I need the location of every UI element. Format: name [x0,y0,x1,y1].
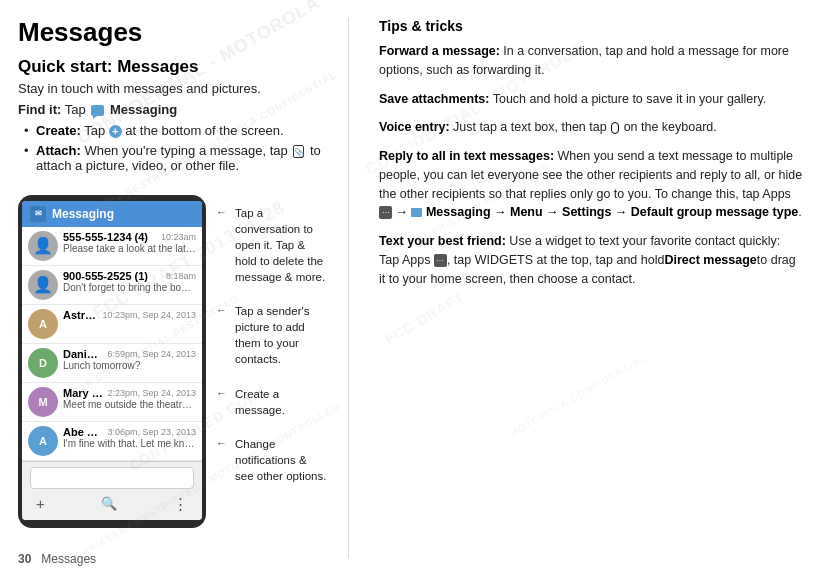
tips-title: Tips & tricks [379,18,803,34]
conv-avatar: A [28,426,58,456]
callout-line: ←Create a message. [216,386,328,418]
tip-item: Save attachments: Touch and hold a pictu… [379,90,803,109]
conversation-item[interactable]: 👤555-555-1234 (4)10:23amPlease take a lo… [22,227,202,266]
conv-content: Astrid Fanning (18)10:23pm, Sep 24, 2013 [63,309,196,321]
apps-icon: ⋯ [379,206,392,219]
callout-line: ←Tap a sender's picture to add them to y… [216,303,328,367]
conv-name: 900-555-2525 (1) [63,270,148,282]
tip-item: Text your best friend: Use a widget to t… [379,232,803,288]
conv-content: 900-555-2525 (1)8:18amDon't forget to br… [63,270,196,293]
conv-content: 555-555-1234 (4)10:23amPlease take a loo… [63,231,196,254]
tip-label: Text your best friend: [379,234,506,248]
direct-message-label: Direct message [664,253,756,267]
conversation-item[interactable]: AAstrid Fanning (18)10:23pm, Sep 24, 201… [22,305,202,344]
conv-content: Abe Baudo (22)3:06pm, Sep 23, 2013I'm fi… [63,426,196,449]
callout-line: ←Tap a conversation to open it. Tap & ho… [216,205,328,285]
conversation-item[interactable]: AAbe Baudo (22)3:06pm, Sep 23, 2013I'm f… [22,422,202,461]
conv-name: 555-555-1234 (4) [63,231,148,243]
tip-label: Save attachments: [379,92,489,106]
conversation-list: 👤555-555-1234 (4)10:23amPlease take a lo… [22,227,202,461]
find-it-line: Find it: Tap Messaging [18,102,328,117]
find-it-action: Tap [65,102,86,117]
conv-time: 2:23pm, Sep 24, 2013 [107,388,196,398]
callout-arrow-icon: ← [216,387,227,399]
conversation-item[interactable]: DDaniel Lester (6)6:59pm, Sep 24, 2013Lu… [22,344,202,383]
conv-name: Mary Morgan (5) [63,387,103,399]
conv-avatar: A [28,309,58,339]
conv-name: Abe Baudo (22) [63,426,103,438]
conv-preview: Meet me outside the theatre at 8:00. And… [63,399,196,410]
footer-label: Messages [41,552,96,566]
conv-avatar: M [28,387,58,417]
section-title: Quick start: Messages [18,57,328,77]
conv-name: Daniel Lester (6) [63,348,103,360]
callout-arrow-icon: ← [216,304,227,316]
callout-text: Change notifications & see other options… [235,436,328,484]
bullet-create: Create: Tap + at the bottom of the scree… [28,123,328,138]
new-message-button[interactable]: + [32,493,49,514]
messaging-icon-small [411,208,422,217]
conv-avatar: D [28,348,58,378]
callout-text: Create a message. [235,386,328,418]
conv-content: Mary Morgan (5)2:23pm, Sep 24, 2013Meet … [63,387,196,410]
conv-name: Astrid Fanning (18) [63,309,98,321]
tip-item: Forward a message: In a conversation, ta… [379,42,803,80]
more-options-button[interactable]: ⋮ [169,493,192,515]
page-number: 30 [18,552,31,566]
bullet-attach: Attach: When you're typing a message, ta… [28,143,328,173]
callout-line: ←Change notifications & see other option… [216,436,328,484]
conv-time: 10:23pm, Sep 24, 2013 [102,310,196,320]
phone-header-title: Messaging [52,207,114,221]
attach-icon: 📎 [293,145,304,158]
conv-content: Daniel Lester (6)6:59pm, Sep 24, 2013Lun… [63,348,196,371]
find-it-label: Find it: [18,102,61,117]
conv-preview: I'm fine with that. Let me know when you… [63,438,196,449]
phone-mockup: ✉ Messaging 👤555-555-1234 (4)10:23amPlea… [18,195,206,528]
phone-header: ✉ Messaging [22,201,202,227]
conv-preview: Please take a look at the latest revisio… [63,243,196,254]
column-divider [348,18,349,558]
tip-label: Forward a message: [379,44,500,58]
phone-actions: + 🔍 ⋮ [30,493,194,515]
bullet-attach-label: Attach: [36,143,81,158]
conv-preview: Lunch tomorrow? [63,360,196,371]
page-title: Messages [18,18,328,47]
find-it-app: Messaging [110,102,177,117]
callout-arrow-icon: ← [216,437,227,449]
conv-time: 10:23am [161,232,196,242]
phone-bottom-bar: + 🔍 ⋮ [22,461,202,520]
add-icon: + [109,125,122,138]
intro-text: Stay in touch with messages and pictures… [18,81,328,96]
callouts: ←Tap a conversation to open it. Tap & ho… [216,205,328,502]
callout-arrow-icon: ← [216,206,227,218]
tips-list: Forward a message: In a conversation, ta… [379,42,803,288]
messaging-app-icon: ✉ [30,206,46,222]
feature-bullets: Create: Tap + at the bottom of the scree… [18,123,328,173]
tip-label: Voice entry: [379,120,450,134]
tip-item: Voice entry: Just tap a text box, then t… [379,118,803,137]
conv-time: 8:18am [166,271,196,281]
callout-text: Tap a sender's picture to add them to yo… [235,303,328,367]
conv-avatar: 👤 [28,270,58,300]
bullet-create-label: Create: [36,123,81,138]
page-layout: Messages Quick start: Messages Stay in t… [0,0,821,576]
conv-time: 6:59pm, Sep 24, 2013 [107,349,196,359]
messaging-icon-inline [91,105,104,116]
callout-text: Tap a conversation to open it. Tap & hol… [235,205,328,285]
conversation-item[interactable]: MMary Morgan (5)2:23pm, Sep 24, 2013Meet… [22,383,202,422]
conv-time: 3:06pm, Sep 23, 2013 [107,427,196,437]
search-button[interactable]: 🔍 [97,494,121,513]
compose-bar[interactable] [30,467,194,489]
tip-item: Reply to all in text messages: When you … [379,147,803,222]
conversation-item[interactable]: 👤900-555-2525 (1)8:18amDon't forget to b… [22,266,202,305]
mic-icon [611,122,619,134]
left-column: Messages Quick start: Messages Stay in t… [18,18,328,558]
tip-label: Reply to all in text messages: [379,149,554,163]
conv-avatar: 👤 [28,231,58,261]
tip-nav: → Messaging → Menu → Settings → Default … [395,205,801,219]
phone-screen: ✉ Messaging 👤555-555-1234 (4)10:23amPlea… [22,201,202,520]
phone-callout-area: ✉ Messaging 👤555-555-1234 (4)10:23amPlea… [18,185,328,528]
right-column: Tips & tricks Forward a message: In a co… [369,18,803,558]
page-footer: 30 Messages [18,552,96,566]
apps-icon2: ⋯ [434,254,447,267]
